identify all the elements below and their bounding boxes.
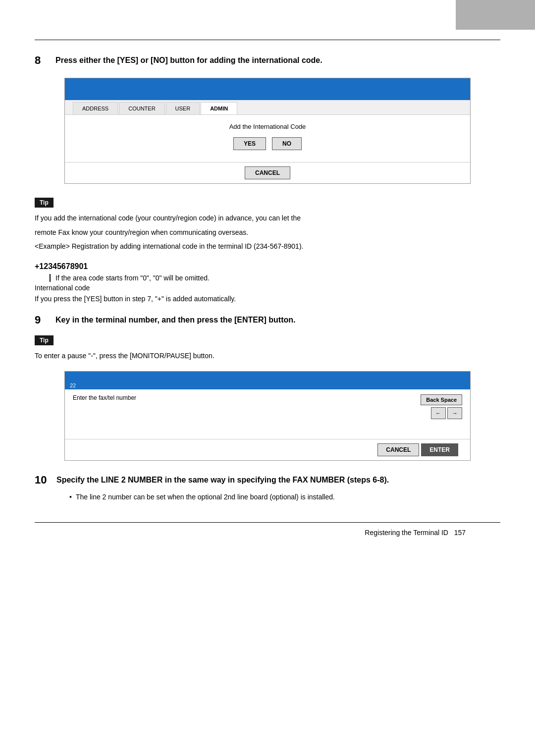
top-bar [456, 0, 535, 30]
step9-heading: 9 Key in the terminal number, and then p… [35, 315, 500, 325]
page-number: 157 [454, 529, 466, 537]
panel2-footer: CANCEL ENTER [65, 439, 470, 460]
enter-button[interactable]: ENTER [421, 443, 458, 456]
tip1-label: Tip [35, 198, 54, 208]
step8-heading: 8 Press either the [YES] or [NO] button … [35, 55, 500, 66]
panel1-body: Add the International Code YES NO [65, 115, 470, 162]
step8-text: Press either the [YES] or [NO] button fo… [55, 55, 322, 66]
phone-example: +12345678901 [35, 262, 500, 271]
top-rule [35, 40, 500, 40]
step8-number: 8 [35, 55, 49, 66]
tip1-line3: <Example> Registration by adding interna… [35, 241, 500, 252]
bullet-dot: • [69, 492, 72, 502]
step10-heading: 10 Specify the LINE 2 NUMBER in the same… [35, 475, 500, 486]
panel1-footer: CANCEL [65, 162, 470, 183]
tip2-label: Tip [35, 335, 54, 345]
panel2-body: Enter the fax/tel number Back Space ← → [65, 389, 470, 439]
step10-text: Specify the LINE 2 NUMBER in the same wa… [56, 475, 389, 486]
tip1-section: Tip If you add the international code (y… [35, 198, 500, 252]
tab-user[interactable]: USER [166, 102, 200, 114]
page-footer: Registering the Terminal ID 157 [35, 523, 500, 537]
tip1-line2: remote Fax know your country/region when… [35, 227, 500, 238]
panel1-buttons: YES NO [77, 137, 458, 150]
phone-label: International code [35, 284, 500, 292]
yes-button[interactable]: YES [233, 137, 266, 150]
yes-note: If you press the [YES] button in step 7,… [35, 295, 500, 303]
no-button[interactable]: NO [272, 137, 302, 150]
panel2-header: 22 [65, 372, 470, 389]
panel2-right-controls: Back Space ← → [421, 394, 462, 419]
tab-admin[interactable]: ADMIN [201, 102, 237, 114]
tip2-section: Tip To enter a pause "-", press the [MON… [35, 335, 500, 361]
step9-number: 9 [35, 315, 49, 325]
step10-section: 10 Specify the LINE 2 NUMBER in the same… [35, 475, 500, 502]
panel2-header-num: 22 [70, 382, 76, 388]
right-arrow-button[interactable]: → [447, 407, 462, 419]
step10-number: 10 [35, 475, 52, 486]
tip1-line1: If you add the international code (your … [35, 213, 500, 223]
panel1-tabs: ADDRESS COUNTER USER ADMIN [65, 100, 470, 115]
arrow-buttons: ← → [431, 407, 462, 419]
step10-bullet: • The line 2 number can be set when the … [69, 492, 500, 502]
ui-panel-2: 22 Enter the fax/tel number Back Space ←… [64, 371, 471, 461]
tab-counter[interactable]: COUNTER [119, 102, 164, 114]
panel2-cancel-button[interactable]: CANCEL [377, 443, 419, 456]
step9-text: Key in the terminal number, and then pre… [55, 315, 296, 325]
tip2-text: To enter a pause "-", press the [MONITOR… [35, 350, 500, 361]
step10-bullet-text: The line 2 number can be set when the op… [76, 492, 335, 502]
footer-text: Registering the Terminal ID 157 [365, 529, 466, 537]
panel2-label: Enter the fax/tel number [73, 394, 136, 401]
left-arrow-button[interactable]: ← [431, 407, 446, 419]
panel1-cancel-button[interactable]: CANCEL [245, 166, 290, 179]
panel1-subtitle: Add the International Code [77, 123, 458, 130]
panel1-header [65, 78, 470, 100]
backspace-button[interactable]: Back Space [421, 394, 462, 405]
tab-address[interactable]: ADDRESS [73, 102, 118, 114]
ui-panel-1: ADDRESS COUNTER USER ADMIN Add the Inter… [64, 78, 471, 184]
phone-sub-text: If the area code starts from "0", "0" wi… [50, 274, 500, 282]
